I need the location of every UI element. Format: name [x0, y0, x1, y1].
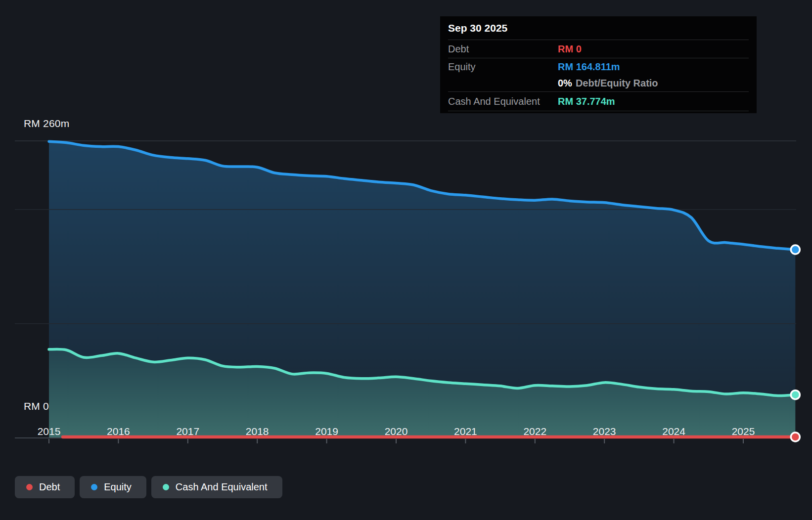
chart-tooltip: Sep 30 2025 Debt RM 0 Equity RM 164.811m… [440, 16, 757, 113]
tooltip-debt-equity-ratio: 0% Debt/Equity Ratio [558, 75, 749, 91]
tooltip-row-equity: Equity RM 164.811m 0% Debt/Equity Ratio [448, 58, 749, 91]
x-axis-label-2015: 2015 [38, 426, 61, 437]
tooltip-row-debt: Debt RM 0 [448, 40, 749, 58]
legend-dot-cash [163, 484, 169, 490]
tooltip-cash-value: RM 37.774m [558, 96, 615, 107]
legend-label-cash: Cash And Equivalent [176, 481, 268, 493]
legend-label-equity: Equity [104, 481, 132, 493]
endpoint-marker-cash [791, 390, 800, 399]
x-axis-label-2021: 2021 [454, 426, 477, 437]
y-axis-label-max: RM 260m [24, 118, 69, 130]
tooltip-debt-value: RM 0 [558, 43, 582, 55]
tooltip-cash-label: Cash And Equivalent [448, 96, 558, 107]
tooltip-ratio-label: Debt/Equity Ratio [576, 78, 658, 89]
endpoint-marker-debt [791, 433, 800, 441]
tooltip-ratio-value: 0% [558, 78, 572, 89]
chart-legend: DebtEquityCash And Equivalent [15, 476, 282, 498]
legend-label-debt: Debt [39, 481, 60, 493]
endpoint-marker-equity [791, 245, 800, 254]
x-axis-label-2022: 2022 [523, 426, 546, 437]
tooltip-debt-label: Debt [448, 43, 558, 55]
balance-sheet-history-chart: 2015201620172018201920202021202220232024… [0, 0, 812, 520]
x-axis-label-2024: 2024 [662, 426, 685, 437]
x-axis-label-2016: 2016 [107, 426, 130, 437]
legend-dot-equity [91, 484, 97, 490]
x-axis-label-2017: 2017 [176, 426, 199, 437]
legend-dot-debt [26, 484, 33, 490]
x-axis-label-2025: 2025 [732, 426, 755, 437]
legend-item-equity[interactable]: Equity [80, 476, 146, 498]
x-axis-label-2018: 2018 [246, 426, 269, 437]
tooltip-equity-label: Equity [448, 61, 558, 73]
legend-item-cash[interactable]: Cash And Equivalent [151, 476, 282, 498]
x-axis-label-2023: 2023 [593, 426, 616, 437]
x-axis-label-2020: 2020 [385, 426, 408, 437]
tooltip-date: Sep 30 2025 [448, 16, 749, 40]
tooltip-row-cash: Cash And Equivalent RM 37.774m [448, 91, 749, 111]
legend-item-debt[interactable]: Debt [15, 476, 75, 498]
x-axis-label-2019: 2019 [315, 426, 338, 437]
tooltip-equity-value: RM 164.811m [558, 61, 620, 73]
y-axis-label-min: RM 0 [24, 400, 49, 412]
